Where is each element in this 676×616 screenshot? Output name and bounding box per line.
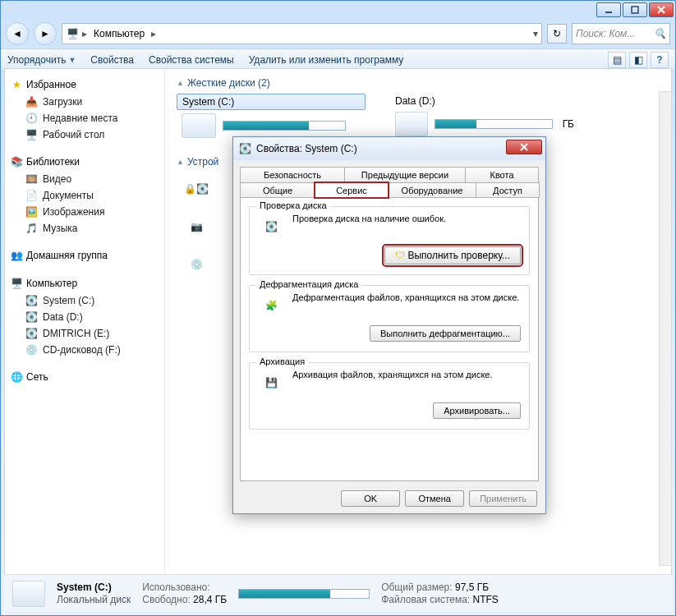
properties-button[interactable]: Свойства <box>90 54 134 66</box>
group-title: Проверка диска <box>256 200 330 210</box>
tab-hardware[interactable]: Оборудование <box>388 182 476 198</box>
network-icon: 🌐 <box>10 370 23 384</box>
back-button[interactable]: ◄ <box>6 22 29 45</box>
group-backup: Архивация 💾 Архивация файлов, хранящихся… <box>249 362 530 430</box>
tab-general[interactable]: Общие <box>240 182 315 198</box>
preview-pane-button[interactable]: ◧ <box>629 52 647 68</box>
dialog-buttons: OK Отмена Применить <box>341 490 537 507</box>
sidebar-item-music[interactable]: 🎵Музыка <box>8 220 161 237</box>
view-button[interactable]: ▤ <box>608 52 626 68</box>
libraries-group[interactable]: 📚Библиотеки <box>8 153 161 171</box>
status-drive-type: Локальный диск <box>57 594 131 606</box>
search-input[interactable]: Поиск: Ком... 🔍 <box>572 23 670 44</box>
tab-strip: Безопасность Предыдущие версии Квота Общ… <box>233 160 545 198</box>
device-removable[interactable]: 🔒💽 <box>177 172 216 205</box>
tab-tools-panel: Проверка диска 💽 Проверка диска на налич… <box>240 197 539 481</box>
desktop-icon: 🖥️ <box>25 128 38 141</box>
ok-button[interactable]: OK <box>341 490 400 507</box>
organize-menu[interactable]: Упорядочить▼ <box>7 54 76 66</box>
help-icon: ? <box>656 54 662 66</box>
forward-button[interactable]: ► <box>34 22 57 45</box>
programs-button[interactable]: Удалить или изменить программу <box>249 54 404 66</box>
sidebar-item-documents[interactable]: 📄Документы <box>8 187 161 204</box>
help-button[interactable]: ? <box>651 52 669 68</box>
vertical-scrollbar[interactable] <box>659 91 672 566</box>
arrow-right-icon: ► <box>40 28 50 39</box>
pane-icon: ◧ <box>634 54 643 66</box>
defrag-icon: 🧩 <box>258 292 284 319</box>
defragment-button[interactable]: Выполнить дефрагментацию... <box>370 325 521 342</box>
cd-icon: 💿 <box>25 343 38 356</box>
dialog-close-button[interactable] <box>506 140 542 154</box>
check-now-button[interactable]: 🛡 Выполнить проверку... <box>384 246 521 264</box>
minimize-button[interactable] <box>596 2 621 17</box>
free-label: Свободно: <box>142 594 191 605</box>
group-error-checking: Проверка диска 💽 Проверка диска на налич… <box>249 206 530 275</box>
homegroup[interactable]: 👥Домашняя группа <box>8 246 161 264</box>
sidebar-item-desktop[interactable]: 🖥️Рабочий стол <box>8 126 161 143</box>
drive-icon: 💽 <box>25 310 38 324</box>
sidebar-item-cd-f[interactable]: 💿CD-дисковод (F:) <box>8 342 161 358</box>
dialog-titlebar[interactable]: 💽 Свойства: System (C:) <box>233 137 545 160</box>
refresh-icon: ↻ <box>553 28 561 39</box>
device-bd[interactable]: 💿 <box>177 248 216 281</box>
drive-icon <box>182 113 216 138</box>
navigation-pane: ★Избранное 📥Загрузки 🕘Недавние места 🖥️Р… <box>5 69 165 611</box>
maximize-button[interactable] <box>623 2 647 17</box>
properties-dialog: 💽 Свойства: System (C:) Безопасность Пре… <box>232 136 546 514</box>
view-icon: ▤ <box>613 54 622 66</box>
tab-tools[interactable]: Сервис <box>315 182 389 198</box>
fs-value: NTFS <box>473 594 499 605</box>
system-properties-button[interactable]: Свойства системы <box>149 54 234 66</box>
window-titlebar <box>1 1 675 19</box>
documents-icon: 📄 <box>25 189 38 202</box>
sidebar-item-video[interactable]: 🎞️Видео <box>8 171 161 187</box>
group-title: Дефрагментация диска <box>256 279 361 289</box>
sidebar-item-downloads[interactable]: 📥Загрузки <box>8 94 161 110</box>
sidebar-item-system-c[interactable]: 💽System (C:) <box>8 292 161 309</box>
status-bar: System (C:) Локальный диск Использовано:… <box>4 574 672 612</box>
address-bar[interactable]: 🖥️ ▸ Компьютер ▸ ▾ <box>62 23 542 44</box>
computer-group[interactable]: 🖥️Компьютер <box>8 274 161 292</box>
hard-drives-header[interactable]: ▲Жесткие диски (2) <box>177 77 660 89</box>
cancel-button[interactable]: Отмена <box>405 490 464 507</box>
drive-icon: 💽 <box>25 294 38 307</box>
drive-system-c[interactable]: System (C:) <box>177 94 366 141</box>
device-camera[interactable]: 📷 <box>177 210 216 243</box>
sidebar-item-data-d[interactable]: 💽Data (D:) <box>8 309 161 325</box>
arrow-left-icon: ◄ <box>12 28 22 39</box>
check-disk-icon: 💽 <box>258 214 284 240</box>
drive-icon: 💽 <box>25 327 38 340</box>
drive-label: Data (D:) <box>390 94 579 108</box>
backup-button[interactable]: Архивировать... <box>433 402 521 419</box>
star-icon: ★ <box>10 78 23 91</box>
sidebar-item-recent[interactable]: 🕘Недавние места <box>8 110 161 126</box>
video-icon: 🎞️ <box>25 172 38 186</box>
sidebar-item-dmitrich-e[interactable]: 💽DMITRICH (E:) <box>8 325 161 342</box>
pictures-icon: 🖼️ <box>25 205 38 218</box>
shield-icon: 🛡 <box>395 250 405 261</box>
apply-button[interactable]: Применить <box>469 490 537 507</box>
chevron-down-icon: ▼ <box>68 56 76 64</box>
breadcrumb-computer[interactable]: Компьютер <box>90 28 148 39</box>
close-button[interactable] <box>649 2 674 17</box>
tab-sharing[interactable]: Доступ <box>476 182 540 198</box>
tab-security[interactable]: Безопасность <box>240 167 345 182</box>
group-text: Архивация файлов, хранящихся на этом дис… <box>292 370 521 379</box>
drive-data-d[interactable]: Data (D:) ГБ <box>390 94 579 141</box>
svg-rect-1 <box>632 7 638 13</box>
favorites-group[interactable]: ★Избранное <box>8 76 161 94</box>
refresh-button[interactable]: ↻ <box>547 24 567 44</box>
network-group[interactable]: 🌐Сеть <box>8 368 161 386</box>
music-icon: 🎵 <box>25 222 38 235</box>
address-row: ◄ ► 🖥️ ▸ Компьютер ▸ ▾ ↻ Поиск: Ком... 🔍 <box>1 19 675 48</box>
sidebar-item-pictures[interactable]: 🖼️Изображения <box>8 204 161 220</box>
fs-label: Файловая система: <box>381 594 470 605</box>
chevron-right-icon: ▸ <box>151 28 156 39</box>
tab-quota[interactable]: Квота <box>465 167 539 182</box>
tab-previous-versions[interactable]: Предыдущие версии <box>344 167 466 182</box>
group-title: Архивация <box>256 356 308 366</box>
explorer-window: ◄ ► 🖥️ ▸ Компьютер ▸ ▾ ↻ Поиск: Ком... 🔍… <box>0 0 676 616</box>
group-text: Проверка диска на наличие ошибок. <box>292 214 521 223</box>
dropdown-icon[interactable]: ▾ <box>533 28 538 39</box>
